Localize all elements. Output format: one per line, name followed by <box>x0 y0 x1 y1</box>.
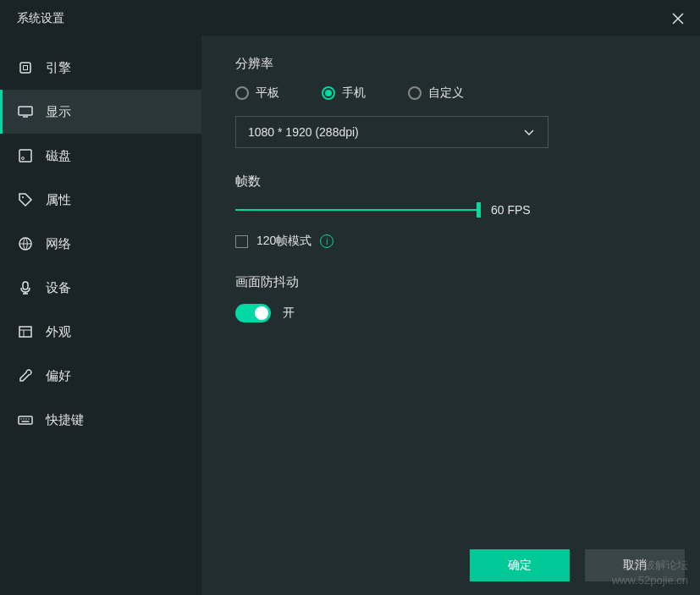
antishake-label: 画面防抖动 <box>235 274 666 290</box>
sidebar-item-label: 外观 <box>46 324 71 340</box>
sidebar-item-preferences[interactable]: 偏好 <box>0 354 201 398</box>
svg-point-5 <box>22 196 24 198</box>
radio-label: 平板 <box>256 85 279 101</box>
resolution-label: 分辨率 <box>235 56 666 72</box>
svg-rect-9 <box>19 416 32 424</box>
button-label: 取消 <box>623 558 647 573</box>
svg-rect-3 <box>19 150 31 162</box>
fps-value: 60 FPS <box>491 203 531 217</box>
close-button[interactable] <box>668 8 688 29</box>
sidebar-item-display[interactable]: 显示 <box>0 90 201 134</box>
fps-120-checkbox[interactable] <box>235 235 248 248</box>
globe-icon <box>17 235 34 252</box>
fps-slider[interactable] <box>235 209 481 211</box>
sidebar-item-appearance[interactable]: 外观 <box>0 310 201 354</box>
fps-label: 帧数 <box>235 174 666 190</box>
radio-custom[interactable]: 自定义 <box>408 85 464 101</box>
resolution-radio-group: 平板 手机 自定义 <box>235 85 666 101</box>
sidebar-item-label: 属性 <box>46 192 71 208</box>
radio-tablet[interactable]: 平板 <box>235 85 279 101</box>
radio-phone[interactable]: 手机 <box>322 85 366 101</box>
sidebar-item-label: 显示 <box>46 104 71 120</box>
sidebar-item-label: 引擎 <box>46 60 71 76</box>
resolution-dropdown[interactable]: 1080 * 1920 (288dpi) <box>235 116 548 148</box>
sidebar-item-label: 快捷键 <box>46 412 84 428</box>
chip-icon <box>17 59 34 76</box>
svg-rect-2 <box>19 107 32 115</box>
main-container: 引擎 显示 磁盘 属性 网络 <box>0 36 700 595</box>
svg-rect-8 <box>19 327 31 337</box>
svg-rect-0 <box>20 63 30 73</box>
footer-buttons: 确定 取消 <box>455 534 700 595</box>
dropdown-value: 1080 * 1920 (288dpi) <box>248 125 359 139</box>
sidebar-item-label: 磁盘 <box>46 148 71 164</box>
slider-thumb[interactable] <box>477 202 481 218</box>
svg-rect-1 <box>24 66 28 70</box>
chevron-down-icon <box>522 125 536 139</box>
checkbox-label: 120帧模式 <box>256 234 311 249</box>
sidebar-item-label: 网络 <box>46 236 71 252</box>
sidebar-item-shortcuts[interactable]: 快捷键 <box>0 398 201 442</box>
sidebar-item-network[interactable]: 网络 <box>0 222 201 266</box>
antishake-toggle[interactable] <box>235 304 271 322</box>
titlebar: 系统设置 <box>0 0 700 36</box>
antishake-toggle-row: 开 <box>235 304 666 322</box>
info-icon[interactable]: i <box>320 234 333 248</box>
toggle-label: 开 <box>283 306 295 321</box>
keyboard-icon <box>17 411 34 428</box>
cancel-button[interactable]: 取消 <box>585 549 685 581</box>
fps-slider-row: 60 FPS <box>235 203 666 217</box>
fps-120-checkbox-row: 120帧模式 i <box>235 234 666 249</box>
mic-icon <box>17 279 34 296</box>
radio-circle-icon <box>408 86 422 100</box>
close-icon <box>672 13 684 25</box>
radio-circle-icon <box>322 86 335 100</box>
sidebar-item-disk[interactable]: 磁盘 <box>0 134 201 178</box>
disk-icon <box>17 147 34 164</box>
sidebar-item-label: 偏好 <box>46 368 71 384</box>
button-label: 确定 <box>508 558 532 573</box>
svg-point-4 <box>22 157 25 160</box>
radio-circle-icon <box>235 86 249 100</box>
sidebar-item-device[interactable]: 设备 <box>0 266 201 310</box>
radio-label: 自定义 <box>428 85 464 101</box>
tag-icon <box>17 191 34 208</box>
radio-label: 手机 <box>342 85 366 101</box>
svg-rect-7 <box>23 282 28 289</box>
window-title: 系统设置 <box>17 11 64 26</box>
wrench-icon <box>17 367 34 384</box>
sidebar-item-engine[interactable]: 引擎 <box>0 46 201 90</box>
sidebar-item-label: 设备 <box>46 280 71 296</box>
ok-button[interactable]: 确定 <box>470 549 570 581</box>
content-panel: 分辨率 平板 手机 自定义 1080 * 1920 (288dpi) 帧数 <box>201 36 700 595</box>
layout-icon <box>17 323 34 340</box>
sidebar-item-properties[interactable]: 属性 <box>0 178 201 222</box>
monitor-icon <box>17 103 34 120</box>
sidebar: 引擎 显示 磁盘 属性 网络 <box>0 36 201 595</box>
